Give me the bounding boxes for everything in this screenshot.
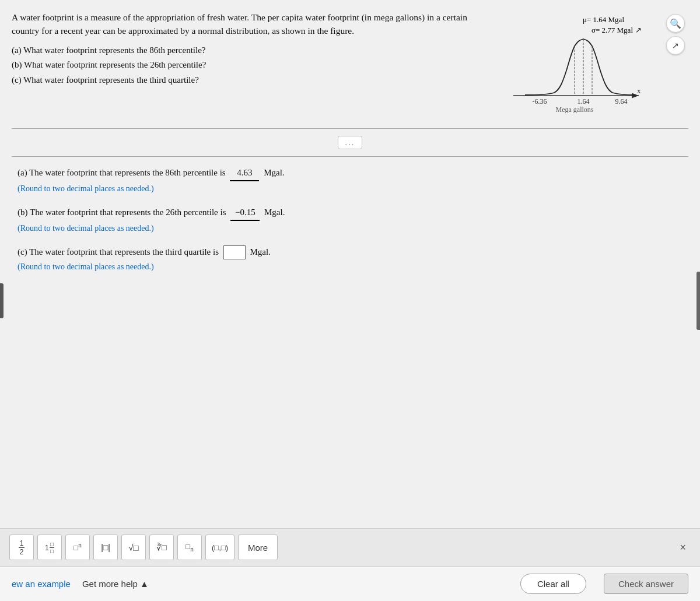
bottom-bar: ew an example Get more help ▲ Clear all … <box>0 566 700 601</box>
cube-root-button[interactable]: ∛□ <box>149 535 174 560</box>
svg-text:1.64: 1.64 <box>578 97 590 106</box>
graph-icons: 🔍 ↗ <box>666 14 685 55</box>
answer-part-a: (a) The water footprint that represents … <box>18 165 682 195</box>
part-a-unit: Mgal. <box>264 168 284 177</box>
chevron-down-icon: ▲ <box>140 579 149 589</box>
view-example-button[interactable]: ew an example <box>12 579 71 589</box>
clear-all-button[interactable]: Clear all <box>520 574 586 594</box>
sigma-label: σ= 2.77 Mgal <box>592 26 633 35</box>
mixed-fraction-button[interactable]: 1 □ □ <box>37 535 62 560</box>
graph-area: 🔍 ↗ μ= 1.64 Mgal σ= 2.77 Mgal ↗ <box>502 10 688 120</box>
top-section: A water footprint is a measure of the ap… <box>0 0 700 126</box>
check-answer-button[interactable]: Check answer <box>604 574 688 594</box>
part-c-unit: Mgal. <box>250 247 271 256</box>
square-root-button[interactable]: √□ <box>121 535 146 560</box>
answer-part-b: (b) The water footprint that represents … <box>18 205 682 235</box>
external-link-icon[interactable]: ↗ <box>666 36 685 55</box>
divider-top <box>12 128 688 129</box>
part-b-answer-box[interactable]: −0.15 <box>230 205 260 221</box>
part-b-unit: Mgal. <box>264 208 285 217</box>
part-a-hint: (Round to two decimal places as needed.) <box>18 184 154 193</box>
exponent-button[interactable]: □n <box>65 535 90 560</box>
right-nav-indicator <box>696 272 700 330</box>
svg-text:Mega gallons: Mega gallons <box>556 106 594 113</box>
part-b-question: (b) What water footprint represents the … <box>12 58 490 72</box>
subscript-button[interactable]: □n <box>177 535 202 560</box>
external-edit-icon[interactable]: ↗ <box>635 26 642 35</box>
svg-text:x: x <box>637 86 641 95</box>
svg-text:-6.36: -6.36 <box>533 97 547 106</box>
svg-text:9.64: 9.64 <box>615 97 628 106</box>
toolbar-close-button[interactable]: × <box>675 539 691 556</box>
interval-button[interactable]: (□,□) <box>205 535 235 560</box>
divider-mid <box>12 156 688 157</box>
part-c-question: (c) What water footprint represents the … <box>12 73 490 87</box>
part-c-hint: (Round to two decimal places as needed.) <box>18 262 154 271</box>
part-c-answer-input[interactable] <box>223 245 246 259</box>
answers-section: (a) The water footprint that represents … <box>0 159 700 528</box>
answer-part-c: (c) The water footprint that represents … <box>18 245 682 274</box>
sub-questions: (a) What water footprint represents the … <box>12 44 490 87</box>
part-c-text: (c) The water footprint that represents … <box>18 247 219 256</box>
part-a-answer-box[interactable]: 4.63 <box>230 165 259 181</box>
mu-label: μ= 1.64 Mgal <box>583 15 624 24</box>
get-more-help-button[interactable]: Get more help ▲ <box>82 579 149 589</box>
part-a-question: (a) What water footprint represents the … <box>12 44 490 57</box>
problem-text: A water footprint is a measure of the ap… <box>12 10 490 120</box>
left-nav-indicator <box>0 283 4 318</box>
normal-dist-chart: x -6.36 1.64 9.64 Mega gallons <box>508 37 648 113</box>
problem-intro: A water footprint is a measure of the ap… <box>12 10 490 38</box>
zoom-icon[interactable]: 🔍 <box>666 14 685 33</box>
math-toolbar: 1 2 1 □ □ □n |□| √□ ∛□ <box>0 528 700 566</box>
part-b-hint: (Round to two decimal places as needed.) <box>18 224 154 233</box>
part-a-text: (a) The water footprint that represents … <box>18 168 226 177</box>
part-b-text: (b) The water footprint that represents … <box>18 208 226 217</box>
more-button[interactable]: More <box>238 535 278 560</box>
fraction-button[interactable]: 1 2 <box>9 535 34 560</box>
absolute-value-button[interactable]: |□| <box>93 535 118 560</box>
ellipsis-button[interactable]: ... <box>338 136 363 149</box>
